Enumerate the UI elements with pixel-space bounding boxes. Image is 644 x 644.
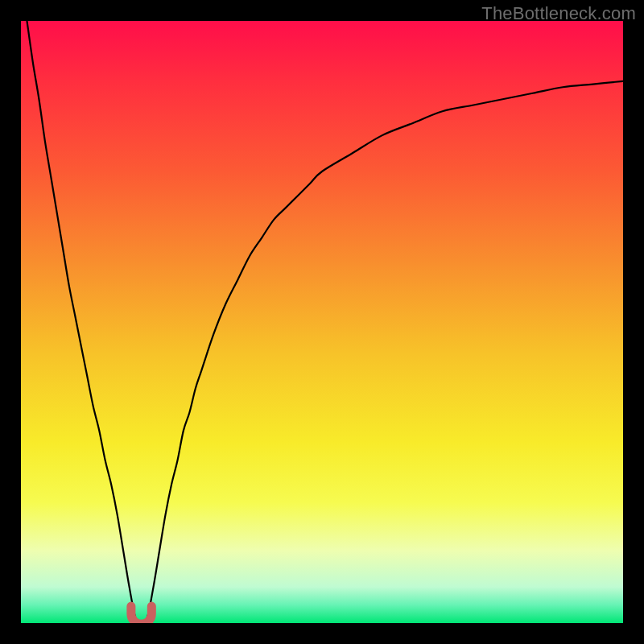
plot-area (21, 21, 623, 623)
chart-frame: TheBottleneck.com (0, 0, 644, 644)
bottleneck-curve (27, 21, 623, 623)
minimum-marker (131, 606, 151, 623)
curve-layer (21, 21, 623, 623)
watermark-label: TheBottleneck.com (481, 3, 636, 24)
